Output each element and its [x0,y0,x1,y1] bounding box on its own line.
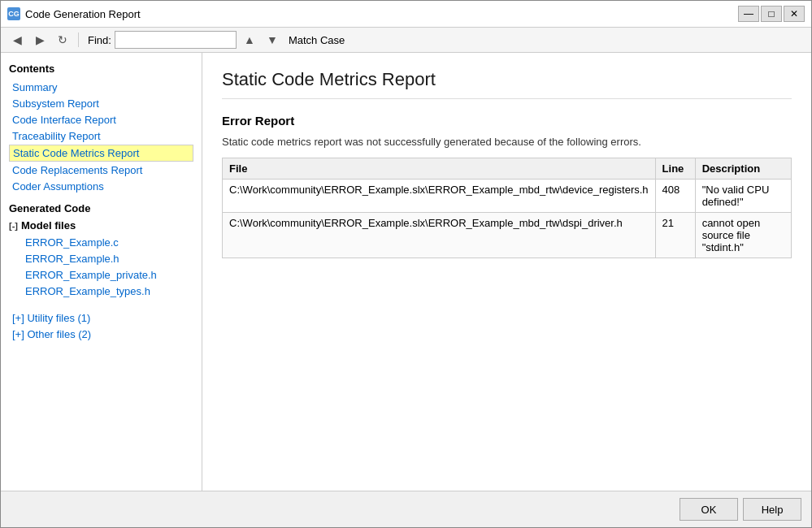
table-row: C:\Work\community\ERROR_Example.slx\ERRO… [223,180,792,213]
bottom-bar: OK Help [1,491,811,527]
window-controls: — □ ✕ [738,6,805,22]
report-title: Static Code Metrics Report [222,69,792,99]
match-case-label: Match Case [289,34,345,46]
toolbar-separator-1 [78,32,79,47]
sidebar-item-traceability-report[interactable]: Traceability Report [9,128,193,144]
sidebar-item-utility-files[interactable]: [+] Utility files (1) [9,310,193,326]
close-button[interactable]: ✕ [784,6,805,22]
model-files-label: Model files [21,219,76,232]
model-files-collapse[interactable]: [-] [9,221,18,231]
row1-file: C:\Work\community\ERROR_Example.slx\ERRO… [223,180,656,213]
main-area: Contents Summary Subsystem Report Code I… [1,53,811,491]
sidebar: Contents Summary Subsystem Report Code I… [1,53,202,491]
row1-description: "No valid CPU defined!" [695,180,791,213]
minimize-button[interactable]: — [738,6,759,22]
col-header-line: Line [655,158,695,180]
model-files-header: [-] Model files [9,219,193,232]
sidebar-item-code-interface-report[interactable]: Code Interface Report [9,112,193,128]
error-description: Static code metrics report was not succe… [222,136,792,148]
row2-description: cannot open source file "stdint.h" [695,213,791,258]
col-header-file: File [223,158,656,180]
find-down-button[interactable]: ▼ [263,31,282,49]
contents-title: Contents [9,63,193,75]
row1-line: 408 [655,180,695,213]
maximize-button[interactable]: □ [761,6,782,22]
generated-code-section: Generated Code [-] Model files ERROR_Exa… [9,202,193,342]
model-files-links: ERROR_Example.c ERROR_Example.h ERROR_Ex… [9,235,193,299]
ok-button[interactable]: OK [680,498,738,521]
model-file-error-example-types-h[interactable]: ERROR_Example_types.h [22,283,193,299]
back-button[interactable]: ◀ [7,31,27,49]
row2-line: 21 [655,213,695,258]
title-bar: CG Code Generation Report — □ ✕ [1,1,811,28]
sidebar-item-other-files[interactable]: [+] Other files (2) [9,327,193,342]
find-label: Find: [88,34,111,46]
window-icon: CG [7,7,20,20]
generated-code-title: Generated Code [9,202,193,214]
toolbar: ◀ ▶ ↻ Find: ▲ ▼ Match Case [1,28,811,53]
sidebar-item-static-code-metrics-report[interactable]: Static Code Metrics Report [9,145,193,162]
sidebar-divider-1 [9,302,193,310]
window-title: Code Generation Report [25,8,733,20]
section-title: Error Report [222,114,792,128]
find-input[interactable] [115,31,237,49]
refresh-button[interactable]: ↻ [53,31,72,49]
forward-button[interactable]: ▶ [30,31,50,49]
col-header-description: Description [695,158,791,180]
sidebar-item-code-replacements-report[interactable]: Code Replacements Report [9,162,193,178]
help-button[interactable]: Help [743,498,801,521]
sidebar-item-subsystem-report[interactable]: Subsystem Report [9,96,193,111]
sidebar-item-coder-assumptions[interactable]: Coder Assumptions [9,179,193,194]
main-window: CG Code Generation Report — □ ✕ ◀ ▶ ↻ Fi… [0,0,812,528]
model-file-error-example-h[interactable]: ERROR_Example.h [22,251,193,266]
sidebar-item-summary[interactable]: Summary [9,80,193,95]
model-file-error-example-private-h[interactable]: ERROR_Example_private.h [22,267,193,283]
content-area: Static Code Metrics Report Error Report … [202,53,811,491]
find-up-button[interactable]: ▲ [240,31,259,49]
table-row: C:\Work\community\ERROR_Example.slx\ERRO… [223,213,792,258]
row2-file: C:\Work\community\ERROR_Example.slx\ERRO… [223,213,656,258]
model-file-error-example-c[interactable]: ERROR_Example.c [22,235,193,250]
error-table: File Line Description C:\Work\community\… [222,158,792,258]
